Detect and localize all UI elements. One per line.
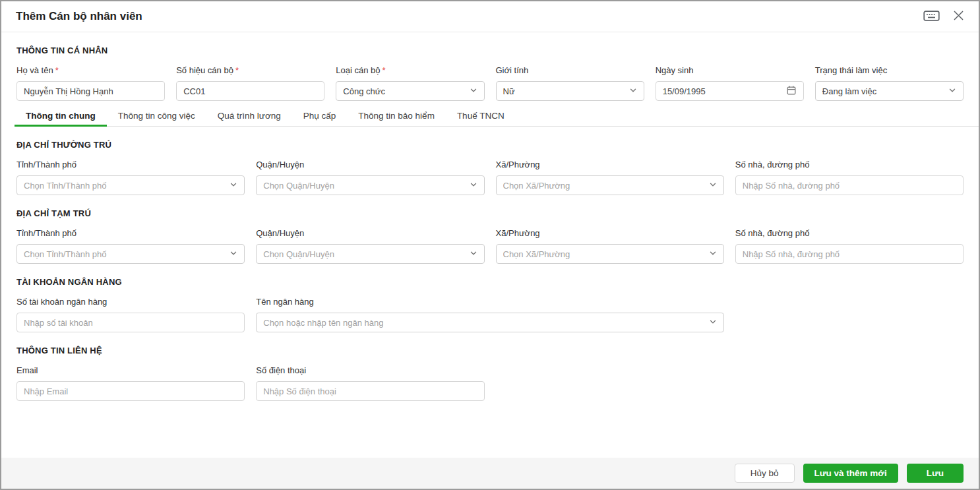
perm-ward-label: Xã/Phường — [496, 160, 540, 169]
full-name-input[interactable] — [16, 81, 165, 101]
perm-district-select[interactable]: Chọn Quận/Huyện — [256, 175, 484, 195]
field-phone: Số điện thoại — [256, 365, 484, 401]
work-status-select[interactable]: Đang làm việc — [815, 81, 964, 101]
tab-thue-tncn[interactable]: Thuế TNCN — [446, 107, 516, 126]
select-placeholder: Chọn Tỉnh/Thành phố — [24, 249, 226, 259]
chevron-down-icon — [709, 318, 717, 328]
contact-info-row: Email Số điện thoại — [16, 365, 964, 401]
phone-label: Số điện thoại — [256, 365, 306, 375]
select-placeholder: Chọn Quận/Huyện — [263, 249, 465, 259]
field-temp-ward: Xã/Phường Chọn Xã/Phường — [496, 228, 724, 264]
close-icon — [953, 10, 964, 23]
perm-ward-select[interactable]: Chọn Xã/Phường — [496, 175, 724, 195]
select-value: Nữ — [503, 86, 625, 96]
tab-qua-trinh-luong[interactable]: Quá trình lương — [206, 107, 292, 126]
chevron-down-icon — [709, 181, 717, 191]
perm-province-select[interactable]: Chọn Tỉnh/Thành phố — [16, 175, 245, 195]
full-name-label: Họ và tên — [16, 65, 53, 75]
staff-code-label: Số hiệu cán bộ — [176, 65, 233, 75]
bank-name-select[interactable]: Chọn hoặc nhập tên ngân hàng — [256, 313, 724, 332]
close-button[interactable] — [953, 10, 964, 23]
gender-select[interactable]: Nữ — [496, 81, 644, 101]
staff-type-select[interactable]: Công chức — [336, 81, 484, 101]
select-placeholder: Chọn Quận/Huyện — [263, 181, 465, 191]
tab-phu-cap[interactable]: Phụ cấp — [292, 107, 348, 126]
select-value: Đang làm việc — [822, 86, 944, 96]
select-placeholder: Chọn Xã/Phường — [503, 249, 705, 259]
temp-ward-select[interactable]: Chọn Xã/Phường — [496, 244, 724, 264]
bank-account-row: Số tài khoản ngân hàng Tên ngân hàng Chọ… — [16, 297, 964, 332]
temp-province-label: Tỉnh/Thành phố — [16, 228, 77, 238]
detail-tabs: Thông tin chung Thông tin công việc Quá … — [15, 107, 979, 127]
perm-street-label: Số nhà, đường phố — [735, 160, 810, 169]
field-staff-code: Số hiệu cán bộ* — [176, 65, 324, 101]
chevron-down-icon — [709, 249, 717, 259]
staff-code-input[interactable] — [176, 81, 324, 101]
chevron-down-icon — [230, 249, 237, 259]
birth-date-input[interactable] — [663, 86, 786, 96]
field-perm-street: Số nhà, đường phố — [735, 160, 964, 195]
modal-header: Thêm Cán bộ nhân viên — [1, 1, 979, 32]
field-temp-district: Quận/Huyện Chọn Quận/Huyện — [256, 228, 484, 264]
required-mark: * — [235, 65, 239, 75]
calendar-icon — [786, 85, 797, 98]
chevron-down-icon — [948, 86, 956, 96]
select-value: Công chức — [343, 86, 465, 96]
temp-street-input[interactable] — [735, 244, 964, 264]
field-bank-account-number: Số tài khoản ngân hàng — [16, 297, 245, 332]
section-title-bank-account: TÀI KHOẢN NGÂN HÀNG — [16, 277, 964, 287]
field-gender: Giới tính Nữ — [496, 65, 644, 101]
phone-input[interactable] — [256, 381, 484, 401]
field-temp-street: Số nhà, đường phố — [735, 228, 964, 264]
tab-thong-tin-bao-hiem[interactable]: Thông tin bảo hiểm — [347, 107, 446, 126]
select-placeholder: Chọn hoặc nhập tên ngân hàng — [263, 318, 705, 328]
perm-district-label: Quận/Huyện — [256, 160, 304, 169]
field-birth-date: Ngày sinh — [656, 65, 804, 101]
cancel-button[interactable]: Hủy bỏ — [735, 464, 795, 483]
keyboard-shortcuts-button[interactable] — [923, 10, 940, 24]
temp-district-label: Quận/Huyện — [256, 228, 304, 238]
modal-footer: Hủy bỏ Lưu và thêm mới Lưu — [1, 458, 979, 489]
field-full-name: Họ và tên* — [16, 65, 165, 101]
section-title-permanent-address: ĐỊA CHỈ THƯỜNG TRÚ — [16, 140, 964, 150]
save-button[interactable]: Lưu — [907, 464, 964, 483]
email-label: Email — [16, 365, 38, 375]
field-temp-province: Tỉnh/Thành phố Chọn Tỉnh/Thành phố — [16, 228, 245, 264]
chevron-down-icon — [470, 181, 477, 191]
bank-account-number-label: Số tài khoản ngân hàng — [16, 297, 107, 307]
section-title-temporary-address: ĐỊA CHỈ TẠM TRÚ — [16, 208, 964, 218]
field-perm-ward: Xã/Phường Chọn Xã/Phường — [496, 160, 724, 195]
gender-label: Giới tính — [496, 65, 529, 75]
add-employee-modal: Thêm Cán bộ nhân viên — [0, 0, 980, 490]
field-staff-type: Loại cán bộ* Công chức — [336, 65, 484, 101]
field-perm-province: Tỉnh/Thành phố Chọn Tỉnh/Thành phố — [16, 160, 245, 195]
save-and-add-new-button[interactable]: Lưu và thêm mới — [803, 464, 898, 483]
tab-thong-tin-cong-viec[interactable]: Thông tin công việc — [107, 107, 206, 126]
email-input[interactable] — [16, 381, 245, 401]
work-status-label: Trạng thái làm việc — [815, 65, 887, 75]
field-work-status: Trạng thái làm việc Đang làm việc — [815, 65, 964, 101]
bank-name-label: Tên ngân hàng — [256, 297, 313, 307]
section-title-personal-info: THÔNG TIN CÁ NHÂN — [16, 46, 964, 55]
select-placeholder: Chọn Xã/Phường — [503, 181, 705, 191]
perm-street-input[interactable] — [735, 175, 964, 195]
keyboard-icon — [923, 10, 940, 24]
birth-date-label: Ngày sinh — [656, 65, 694, 75]
required-mark: * — [383, 65, 386, 75]
chevron-down-icon — [470, 86, 477, 96]
temp-ward-label: Xã/Phường — [496, 228, 540, 238]
page-title: Thêm Cán bộ nhân viên — [16, 10, 142, 23]
temporary-address-row: Tỉnh/Thành phố Chọn Tỉnh/Thành phố Quận/… — [16, 228, 964, 264]
temp-district-select[interactable]: Chọn Quận/Huyện — [256, 244, 484, 264]
staff-type-label: Loại cán bộ — [336, 65, 380, 75]
required-mark: * — [55, 65, 59, 75]
field-bank-name: Tên ngân hàng Chọn hoặc nhập tên ngân hà… — [256, 297, 724, 332]
temp-province-select[interactable]: Chọn Tỉnh/Thành phố — [16, 244, 245, 264]
personal-info-row: Họ và tên* Số hiệu cán bộ* Loại cán bộ* … — [16, 65, 964, 101]
field-email: Email — [16, 365, 245, 401]
perm-province-label: Tỉnh/Thành phố — [16, 160, 77, 169]
tab-thong-tin-chung[interactable]: Thông tin chung — [15, 107, 107, 126]
select-placeholder: Chọn Tỉnh/Thành phố — [24, 181, 226, 191]
bank-account-number-input[interactable] — [16, 313, 245, 332]
birth-date-picker[interactable] — [656, 81, 804, 101]
